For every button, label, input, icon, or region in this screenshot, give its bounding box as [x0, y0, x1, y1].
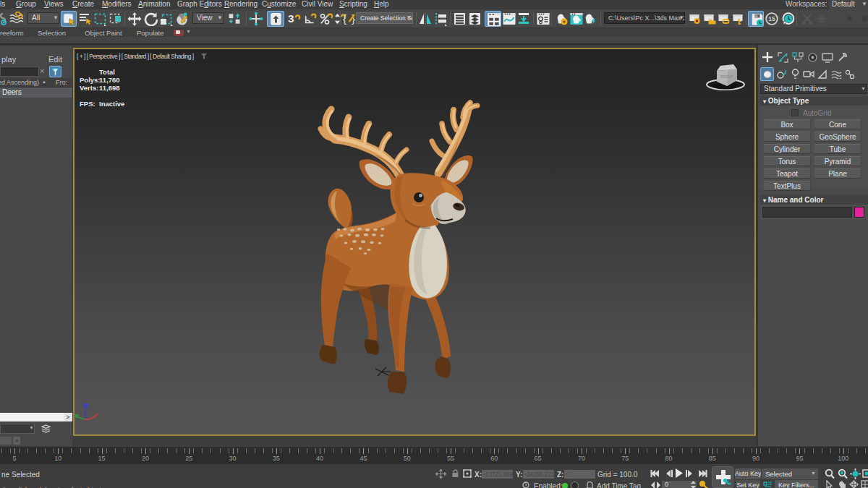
svg-text:{: {	[343, 12, 346, 25]
svg-text:3: 3	[288, 12, 294, 25]
svg-text:FRONT: FRONT	[720, 74, 733, 79]
svg-text:15: 15	[768, 15, 775, 22]
